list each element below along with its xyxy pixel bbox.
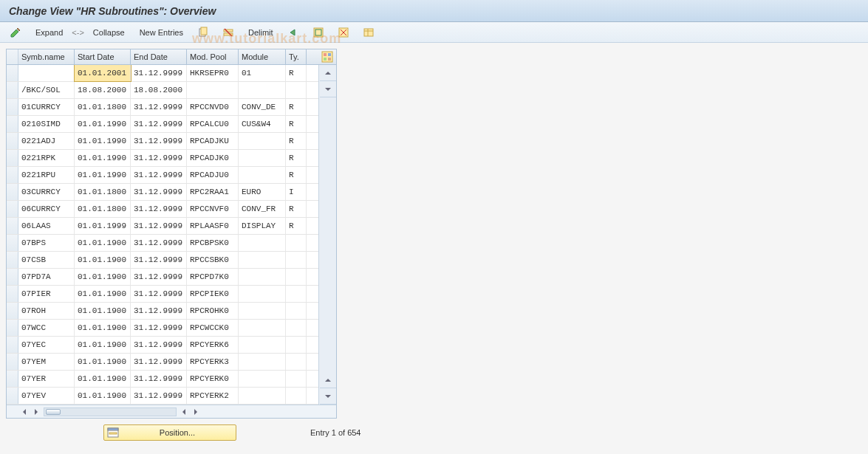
cell-start[interactable]: 01.01.1900 (75, 388, 131, 404)
cell-type[interactable]: R (286, 133, 307, 149)
row-selector[interactable] (7, 235, 18, 251)
row-selector[interactable] (7, 65, 18, 81)
cell-symb[interactable]: 06CURRCY (18, 201, 75, 217)
hscroll-track[interactable] (44, 407, 177, 416)
cell-start[interactable]: 01.01.1990 (75, 150, 131, 166)
cell-modpool[interactable]: RPCYERK3 (187, 354, 239, 370)
cell-module[interactable] (239, 286, 286, 302)
cell-symb[interactable]: 07CSB (18, 252, 75, 268)
cell-type[interactable]: R (286, 99, 307, 115)
cell-module[interactable] (239, 150, 286, 166)
cell-start[interactable]: 01.01.1900 (75, 371, 131, 387)
table-row[interactable]: 0221RPK01.01.199031.12.9999RPCADJK0R (7, 150, 336, 167)
cell-end[interactable]: 31.12.9999 (131, 371, 187, 387)
cell-end[interactable]: 31.12.9999 (131, 235, 187, 251)
cell-symb[interactable]: 07WCC (18, 320, 75, 336)
table-row[interactable]: /BKC/SOL18.08.200018.08.2000 (7, 82, 336, 99)
row-selector[interactable] (7, 252, 18, 268)
cell-modpool[interactable]: RPCADJU0 (187, 167, 239, 183)
cell-module[interactable] (239, 371, 286, 387)
cell-modpool[interactable]: RPCYERK6 (187, 337, 239, 353)
cell-start[interactable]: 01.01.1900 (75, 286, 131, 302)
cell-modpool[interactable]: HKRSEPR0 (187, 65, 239, 81)
cell-end[interactable]: 31.12.9999 (131, 167, 187, 183)
cell-modpool[interactable]: RPLAASF0 (187, 218, 239, 234)
table-row[interactable]: 0221RPU01.01.199031.12.9999RPCADJU0R (7, 167, 336, 184)
print-button[interactable] (359, 25, 378, 40)
cell-symb[interactable]: 07ROH (18, 303, 75, 319)
cell-module[interactable]: CONV_DE (239, 99, 286, 115)
cell-start[interactable]: 01.01.1999 (75, 218, 131, 234)
cell-symb[interactable]: 07BPS (18, 235, 75, 251)
col-header-start[interactable]: Start Date (75, 49, 131, 64)
cell-end[interactable]: 31.12.9999 (131, 252, 187, 268)
cell-end[interactable]: 31.12.9999 (131, 201, 187, 217)
scroll-up-button[interactable] (320, 65, 336, 81)
table-row[interactable]: 0221ADJ01.01.199031.12.9999RPCADJKUR (7, 133, 336, 150)
cell-modpool[interactable]: RPCCNVF0 (187, 201, 239, 217)
cell-start[interactable]: 01.01.1900 (75, 252, 131, 268)
cell-end[interactable]: 31.12.9999 (131, 218, 187, 234)
scroll-down-button[interactable] (320, 388, 336, 405)
cell-type[interactable]: R (286, 116, 307, 132)
table-row[interactable]: 07PD7A01.01.190031.12.9999RPCPD7K0 (7, 269, 336, 286)
col-header-module[interactable]: Module (239, 49, 286, 64)
delete-button[interactable] (219, 25, 238, 40)
cell-module[interactable]: EURO (239, 184, 286, 200)
table-row[interactable]: 07YEM01.01.190031.12.9999RPCYERK3 (7, 354, 336, 371)
undo-button[interactable] (284, 25, 303, 40)
row-selector[interactable] (7, 286, 18, 302)
cell-start[interactable]: 01.01.1900 (75, 354, 131, 370)
cell-modpool[interactable]: RPCALCU0 (187, 116, 239, 132)
row-selector[interactable] (7, 167, 18, 183)
cell-type[interactable]: R (286, 150, 307, 166)
scroll-right-button[interactable] (190, 406, 202, 418)
row-selector[interactable] (7, 82, 18, 98)
table-row[interactable]: 07BPS01.01.190031.12.9999RPCBPSK0 (7, 235, 336, 252)
row-selector[interactable] (7, 150, 18, 166)
cell-symb[interactable]: 0221RPK (18, 150, 75, 166)
copy-button[interactable] (194, 25, 213, 40)
cell-symb[interactable]: 07PIER (18, 286, 75, 302)
cell-type[interactable] (286, 371, 307, 387)
row-selector[interactable] (7, 133, 18, 149)
table-settings-button[interactable] (321, 51, 333, 63)
row-selector[interactable] (7, 201, 18, 217)
row-selector[interactable] (7, 116, 18, 132)
row-selector[interactable] (7, 99, 18, 115)
row-selector[interactable] (7, 184, 18, 200)
table-row[interactable]: 07PIER01.01.190031.12.9999RPCPIEK0 (7, 286, 336, 303)
cell-end[interactable]: 31.12.9999 (131, 65, 187, 81)
table-row[interactable]: 07YEV01.01.190031.12.9999RPCYERK2 (7, 388, 336, 405)
cell-module[interactable] (239, 82, 286, 98)
expand-button[interactable]: Expand (31, 27, 67, 38)
cell-modpool[interactable]: RPC2RAA1 (187, 184, 239, 200)
cell-start[interactable]: 01.01.1900 (75, 269, 131, 285)
cell-module[interactable] (239, 320, 286, 336)
cell-module[interactable]: 01 (239, 65, 286, 81)
scroll-up-step-button[interactable] (320, 372, 336, 388)
cell-modpool[interactable]: RPCROHK0 (187, 303, 239, 319)
table-row[interactable]: 07CSB01.01.190031.12.9999RPCCSBK0 (7, 252, 336, 269)
cell-symb[interactable]: 01CURRCY (18, 99, 75, 115)
cell-modpool[interactable]: RPCYERK2 (187, 388, 239, 404)
cell-type[interactable] (286, 337, 307, 353)
hscroll-thumb[interactable] (46, 409, 61, 415)
position-button[interactable]: Position... (103, 424, 236, 441)
cell-end[interactable]: 31.12.9999 (131, 184, 187, 200)
cell-type[interactable] (286, 388, 307, 404)
cell-start[interactable]: 01.01.2001 (75, 65, 131, 81)
new-entries-button[interactable]: New Entries (135, 27, 188, 38)
table-row[interactable]: 07YER01.01.190031.12.9999RPCYERK0 (7, 371, 336, 388)
cell-start[interactable]: 01.01.1900 (75, 320, 131, 336)
cell-end[interactable]: 31.12.9999 (131, 320, 187, 336)
cell-type[interactable] (286, 269, 307, 285)
cell-end[interactable]: 31.12.9999 (131, 99, 187, 115)
cell-end[interactable]: 31.12.9999 (131, 286, 187, 302)
table-row[interactable]: 07WCC01.01.190031.12.9999RPCWCCK0 (7, 320, 336, 337)
table-row[interactable]: 07ROH01.01.190031.12.9999RPCROHK0 (7, 303, 336, 320)
cell-modpool[interactable]: RPCPD7K0 (187, 269, 239, 285)
cell-end[interactable]: 31.12.9999 (131, 150, 187, 166)
row-selector[interactable] (7, 388, 18, 404)
cell-start[interactable]: 01.01.1990 (75, 116, 131, 132)
